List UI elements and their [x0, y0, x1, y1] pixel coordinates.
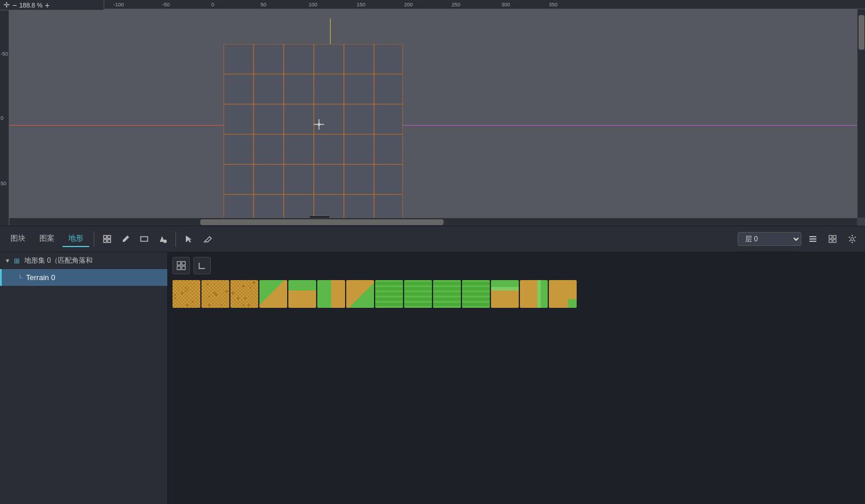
tile-canvas	[462, 280, 490, 308]
tile-canvas	[375, 280, 403, 308]
pencil-tool-button[interactable]	[118, 231, 134, 247]
ruler-label-v: 0	[1, 115, 3, 121]
horizontal-scrollbar[interactable]	[9, 218, 857, 226]
terrain-corner-tool[interactable]	[193, 257, 211, 274]
svg-rect-31	[833, 240, 836, 242]
layer-dropdown[interactable]: 层 0 层 1 层 2	[738, 232, 801, 246]
svg-rect-21	[108, 240, 111, 242]
tile-item[interactable]	[375, 280, 403, 308]
scrollbar-v-thumb[interactable]	[859, 15, 864, 50]
tile-item[interactable]	[491, 280, 519, 308]
toolbar-separator-2	[175, 231, 176, 247]
tiles-row	[173, 280, 860, 308]
tile-item[interactable]	[230, 280, 258, 308]
svg-rect-29	[833, 236, 836, 238]
svg-point-23	[163, 240, 167, 243]
zoom-value: 188.8 %	[19, 2, 42, 9]
tile-item[interactable]	[433, 280, 461, 308]
bottom-panel: ▼ ⊞ 地形集 0（匹配角落和 └ Terrain 0	[0, 252, 865, 504]
tile-item[interactable]	[173, 280, 200, 308]
layer-list-button[interactable]	[805, 231, 821, 247]
terrain-tree-indent: └	[18, 274, 23, 281]
svg-rect-33	[182, 262, 185, 265]
tile-canvas	[404, 280, 432, 308]
canvas-area[interactable]: ✛ − 188.8 % + -200 -150 -100 -50 0 50 10…	[0, 0, 865, 226]
ruler-label: 0	[211, 2, 214, 8]
tile-item[interactable]	[317, 280, 345, 308]
tab-terrain[interactable]: 地形	[63, 231, 89, 247]
tile-item[interactable]	[201, 280, 229, 308]
terrain-set-item[interactable]: ▼ ⊞ 地形集 0（匹配角落和	[0, 252, 167, 269]
terrain-set-label: 地形集 0（匹配角落和	[24, 256, 93, 266]
select-tool-button[interactable]	[181, 231, 197, 247]
ruler-label: 250	[452, 2, 460, 8]
tile-item[interactable]	[549, 280, 577, 308]
vertical-scrollbar[interactable]	[857, 9, 865, 218]
tile-canvas	[491, 280, 519, 308]
svg-rect-30	[829, 240, 832, 242]
layer-grid-button[interactable]	[824, 231, 841, 247]
tile-item[interactable]	[462, 280, 490, 308]
tile-canvas	[201, 280, 229, 308]
terrain-tools-row	[173, 257, 860, 274]
ruler-label: 200	[404, 2, 413, 8]
crosshair-icon: ✛	[3, 1, 10, 9]
tile-item[interactable]	[288, 280, 316, 308]
zoom-out-button[interactable]: −	[12, 1, 17, 9]
tile-canvas	[173, 280, 200, 308]
layer-selector: 层 0 层 1 层 2	[738, 231, 860, 247]
tile-canvas	[259, 280, 287, 308]
terrain-grid-tool[interactable]	[173, 257, 190, 274]
svg-rect-20	[104, 240, 107, 242]
terrain-item[interactable]: └ Terrain 0	[0, 269, 167, 286]
toolbar: 图块 图案 地形	[0, 226, 865, 252]
ruler-label-v: -50	[1, 51, 8, 57]
ruler-label: -100	[113, 2, 124, 8]
svg-rect-22	[141, 237, 148, 241]
ruler-label: 150	[357, 2, 365, 8]
svg-rect-32	[177, 262, 181, 265]
tile-canvas	[549, 280, 577, 308]
svg-rect-25	[809, 236, 816, 237]
zoom-bar: ✛ − 188.8 % +	[0, 0, 104, 10]
svg-rect-18	[104, 236, 107, 238]
terrain-item-label: Terrain 0	[26, 273, 56, 282]
ruler-label: -50	[162, 2, 170, 8]
ruler-label: 100	[309, 2, 317, 8]
svg-rect-26	[809, 238, 816, 240]
expand-icon: ▼	[5, 257, 10, 264]
tile-item[interactable]	[259, 280, 287, 308]
tile-item[interactable]	[346, 280, 374, 308]
tile-canvas	[520, 280, 548, 308]
origin-hline-right	[331, 125, 857, 126]
svg-rect-28	[829, 236, 832, 238]
erase-tool-button[interactable]	[199, 231, 215, 247]
layer-settings-button[interactable]	[844, 231, 860, 247]
ruler-left: -50 0 50	[0, 9, 9, 226]
terrain-palette[interactable]	[168, 252, 865, 504]
ruler-top: -200 -150 -100 -50 0 50 100 150 200 250 …	[0, 0, 865, 9]
map-content[interactable]	[9, 9, 857, 218]
svg-marker-24	[186, 236, 192, 242]
svg-rect-34	[177, 266, 181, 270]
tile-grid[interactable]	[223, 44, 403, 218]
svg-rect-35	[182, 266, 185, 270]
scrollbar-h-thumb[interactable]	[200, 219, 444, 225]
ruler-label: 350	[549, 2, 558, 8]
stamp-tool-button[interactable]	[99, 231, 115, 247]
tile-canvas	[317, 280, 345, 308]
svg-rect-27	[809, 241, 816, 242]
tile-canvas	[433, 280, 461, 308]
tab-tiles[interactable]: 图块	[5, 231, 31, 247]
tab-patterns[interactable]: 图案	[34, 231, 60, 247]
tile-item[interactable]	[404, 280, 432, 308]
terrain-sidebar: ▼ ⊞ 地形集 0（匹配角落和 └ Terrain 0	[0, 252, 168, 504]
zoom-in-button[interactable]: +	[45, 1, 50, 9]
fill-tool-button[interactable]	[155, 231, 171, 247]
tile-canvas	[230, 280, 258, 308]
ruler-label: 50	[261, 2, 266, 8]
toolbar-separator	[94, 231, 94, 247]
rect-tool-button[interactable]	[136, 231, 152, 247]
tile-item[interactable]	[520, 280, 548, 308]
tile-canvas	[346, 280, 374, 308]
